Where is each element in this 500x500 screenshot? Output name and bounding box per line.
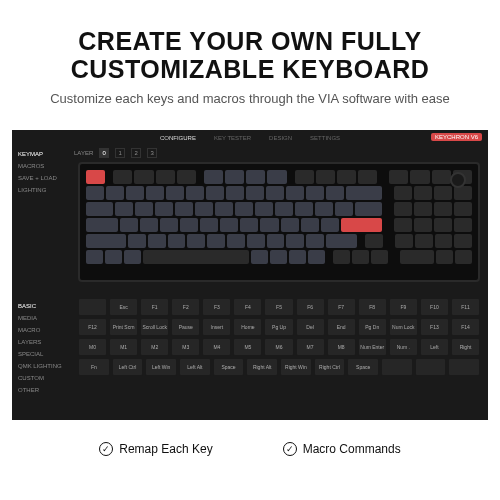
sidebar-upper: KEYMAP MACROS SAVE + LOAD LIGHTING (12, 148, 70, 196)
check-icon: ✓ (99, 442, 113, 456)
rotary-knob[interactable] (450, 172, 466, 188)
palette-key[interactable]: M4 (202, 338, 231, 356)
palette-key[interactable]: Right (451, 338, 480, 356)
palette-key[interactable]: Pause (171, 318, 200, 336)
palette-key[interactable]: M1 (109, 338, 138, 356)
feature-macro: ✓Macro Commands (283, 442, 401, 456)
palette-key[interactable]: Num . (389, 338, 418, 356)
palette-key[interactable]: Fn (78, 358, 110, 376)
palette-key[interactable]: F6 (296, 298, 325, 316)
cat-custom[interactable]: CUSTOM (12, 372, 70, 384)
palette-key[interactable]: F1 (140, 298, 169, 316)
check-icon: ✓ (283, 442, 297, 456)
palette-key[interactable]: Pg Up (264, 318, 293, 336)
palette-key[interactable]: Del (296, 318, 325, 336)
palette-key[interactable]: F11 (451, 298, 480, 316)
palette-key[interactable]: M8 (327, 338, 356, 356)
nav-keytester[interactable]: KEY TESTER (214, 135, 251, 141)
palette-key[interactable]: F4 (233, 298, 262, 316)
palette-key[interactable]: Pg Dn (358, 318, 387, 336)
palette-key[interactable] (381, 358, 413, 376)
palette-key[interactable] (448, 358, 480, 376)
palette-key[interactable]: Right Alt (246, 358, 278, 376)
palette-key[interactable]: F8 (358, 298, 387, 316)
palette-key[interactable]: Right Ctrl (314, 358, 346, 376)
layer-0[interactable]: 0 (99, 148, 109, 158)
palette-key[interactable]: F2 (171, 298, 200, 316)
palette-key[interactable]: Left Win (145, 358, 177, 376)
layer-1[interactable]: 1 (115, 148, 125, 158)
cat-basic[interactable]: BASIC (12, 300, 70, 312)
palette-key[interactable]: F12 (78, 318, 107, 336)
palette-key[interactable]: Print Scrn (109, 318, 138, 336)
palette-key[interactable]: Scroll Lock (140, 318, 169, 336)
palette-key[interactable]: M6 (264, 338, 293, 356)
palette-key[interactable]: End (327, 318, 356, 336)
sidebar-lower: BASIC MEDIA MACRO LAYERS SPECIAL QMK LIG… (12, 300, 70, 396)
palette-key[interactable]: Esc (109, 298, 138, 316)
palette-key[interactable]: Space (347, 358, 379, 376)
palette-key[interactable]: Right Win (280, 358, 312, 376)
palette-key[interactable]: F5 (264, 298, 293, 316)
palette-key[interactable]: F14 (451, 318, 480, 336)
cat-macro[interactable]: MACRO (12, 324, 70, 336)
sidebar-macros[interactable]: MACROS (12, 160, 70, 172)
palette-key[interactable]: M7 (296, 338, 325, 356)
key-palette: EscF1F2F3F4F5F6F7F8F9F10F11F12Print Scrn… (78, 298, 480, 414)
cat-media[interactable]: MEDIA (12, 312, 70, 324)
layer-3[interactable]: 3 (147, 148, 157, 158)
cat-qmk[interactable]: QMK LIGHTING (12, 360, 70, 372)
palette-key[interactable]: Num Enter (358, 338, 387, 356)
layer-2[interactable]: 2 (131, 148, 141, 158)
feature-row: ✓Remap Each Key ✓Macro Commands (0, 438, 500, 456)
sidebar-saveload[interactable]: SAVE + LOAD (12, 172, 70, 184)
hero-title: CREATE YOUR OWN FULLYCUSTOMIZABLE KEYBOA… (20, 28, 480, 83)
sidebar-lighting[interactable]: LIGHTING (12, 184, 70, 196)
palette-key[interactable]: M2 (140, 338, 169, 356)
palette-key[interactable]: F13 (420, 318, 449, 336)
device-badge: KEYCHRON V6 (431, 133, 482, 141)
palette-key[interactable]: F3 (202, 298, 231, 316)
palette-key[interactable]: Left (420, 338, 449, 356)
feature-remap: ✓Remap Each Key (99, 442, 212, 456)
palette-key[interactable]: Num Lock (389, 318, 418, 336)
palette-key[interactable]: F10 (420, 298, 449, 316)
cat-special[interactable]: SPECIAL (12, 348, 70, 360)
palette-key[interactable]: Left Ctrl (112, 358, 144, 376)
palette-key[interactable]: M5 (233, 338, 262, 356)
palette-key[interactable] (78, 298, 107, 316)
top-nav: CONFIGURE KEY TESTER DESIGN SETTINGS (12, 130, 488, 146)
nav-configure[interactable]: CONFIGURE (160, 135, 196, 141)
palette-key[interactable]: Home (233, 318, 262, 336)
hero-subtitle: Customize each keys and macros through t… (20, 91, 480, 106)
layer-selector: LAYER 0 1 2 3 (74, 148, 157, 158)
palette-key[interactable]: F9 (389, 298, 418, 316)
palette-key[interactable]: M3 (171, 338, 200, 356)
keyboard-preview (78, 162, 480, 282)
nav-settings[interactable]: SETTINGS (310, 135, 340, 141)
palette-key[interactable]: Insert (202, 318, 231, 336)
palette-key[interactable]: F7 (327, 298, 356, 316)
sidebar-keymap[interactable]: KEYMAP (12, 148, 70, 160)
cat-other[interactable]: OTHER (12, 384, 70, 396)
palette-key[interactable]: M0 (78, 338, 107, 356)
nav-design[interactable]: DESIGN (269, 135, 292, 141)
palette-key[interactable]: Space (213, 358, 245, 376)
palette-key[interactable] (415, 358, 447, 376)
palette-key[interactable]: Left Alt (179, 358, 211, 376)
via-app-screenshot: KEYCHRON V6 CONFIGURE KEY TESTER DESIGN … (12, 130, 488, 420)
cat-layers[interactable]: LAYERS (12, 336, 70, 348)
